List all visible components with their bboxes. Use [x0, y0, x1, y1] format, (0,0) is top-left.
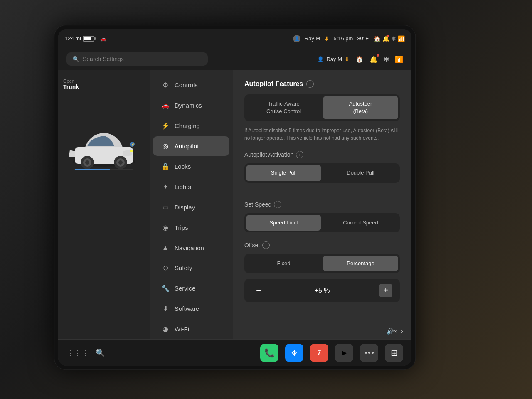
autopilot-activation-info-icon[interactable]: i [296, 151, 303, 158]
user-avatar-small: 👤 [293, 35, 300, 42]
sidebar-label-autopilot: Autopilot [175, 143, 199, 150]
status-user-name: Ray M [305, 35, 320, 42]
taskbar: ⋮⋮⋮ 🔍 📞 7 ▶ ⊞ [58, 339, 411, 366]
autopilot-features-info-icon[interactable]: i [306, 80, 314, 88]
autopilot-features-section: Autopilot Features i Traffic-Aware Cruis… [244, 80, 400, 142]
autopilot-activation-section: Autopilot Activation i Single Pull Doubl… [244, 151, 400, 182]
sidebar-label-software: Software [175, 305, 199, 312]
taskbar-music-icon[interactable]: ▶ [335, 344, 353, 362]
sidebar-item-dynamics[interactable]: 🚗 Dynamics [153, 96, 229, 115]
svg-point-7 [118, 160, 123, 165]
sidebar-item-charging[interactable]: ⚡ Charging [153, 116, 229, 135]
sidebar-label-lights: Lights [175, 183, 191, 190]
trunk-label: Trunk [63, 84, 79, 90]
sidebar-item-lights[interactable]: ✦ Lights [153, 177, 229, 197]
dot-1 [365, 352, 367, 354]
fixed-option[interactable]: Fixed [246, 256, 321, 271]
status-center: 👤 Ray M ⬇ 5:16 pm 80°F [293, 35, 369, 42]
offset-display: − +5 % + [244, 279, 400, 302]
volume-icon[interactable]: 🔊× [387, 328, 397, 335]
sidebar-label-display: Display [175, 204, 195, 211]
offset-value: +5 % [315, 287, 330, 294]
offset-minus-button[interactable]: − [252, 284, 265, 297]
header-bluetooth-icon[interactable]: ✱ [384, 55, 389, 63]
download-icon: ⬇ [324, 35, 329, 42]
set-speed-section: Set Speed i Speed Limit Current Speed [244, 201, 400, 232]
autopilot-features-toggle: Traffic-Aware Cruise Control Autosteer (… [244, 94, 400, 121]
sidebar-item-safety[interactable]: ⊙ Safety [153, 258, 229, 278]
dynamics-icon: 🚗 [161, 101, 170, 109]
notification-dot [387, 35, 389, 37]
taskbar-calendar-icon[interactable]: 7 [310, 344, 328, 362]
autosteer-option[interactable]: Autosteer (Beta) [323, 96, 398, 119]
sidebar-item-display[interactable]: ▭ Display [153, 197, 229, 217]
set-speed-info-icon[interactable]: i [274, 201, 281, 208]
battery-miles: 124 mi [65, 35, 81, 42]
sidebar: ⚙ Controls 🚗 Dynamics ⚡ Charging ◎ Autop… [150, 70, 233, 339]
sidebar-label-dynamics: Dynamics [175, 102, 202, 109]
charging-icon: ⚡ [161, 122, 170, 130]
header-home-icon[interactable]: 🏠 [355, 55, 364, 63]
autopilot-description: If Autopilot disables 5 times due to imp… [244, 127, 400, 142]
set-speed-label: Set Speed i [244, 201, 400, 208]
car-icon: 🚗 [100, 36, 106, 42]
header-bell-icon[interactable]: 🔔 [369, 55, 378, 63]
service-icon: 🔧 [161, 284, 170, 292]
taskbar-grid-icon[interactable] [360, 344, 378, 362]
search-icon: 🔍 [72, 56, 79, 62]
taskbar-phone-icon[interactable]: 📞 [260, 344, 278, 362]
header-user: 👤 Ray M ⬇ [317, 56, 350, 62]
wifi-icon: ◕ [161, 325, 170, 333]
sidebar-item-autopilot[interactable]: ◎ Autopilot [153, 136, 229, 156]
single-pull-option[interactable]: Single Pull [246, 165, 321, 181]
sidebar-item-trips[interactable]: ◉ Trips [153, 218, 229, 237]
set-speed-text: Set Speed [244, 201, 271, 208]
sidebar-item-wifi[interactable]: ◕ Wi-Fi [153, 319, 229, 339]
svg-rect-8 [130, 150, 133, 152]
sidebar-label-navigation: Navigation [175, 244, 204, 251]
set-speed-toggle: Speed Limit Current Speed [244, 213, 400, 232]
taskbar-app-icon[interactable]: ⊞ [385, 344, 403, 362]
open-label: Open [63, 79, 79, 84]
sidebar-item-service[interactable]: 🔧 Service [153, 278, 229, 298]
sidebar-label-trips: Trips [175, 224, 188, 231]
header-notification-dot [377, 54, 379, 57]
taskbar-bluetooth-icon[interactable] [285, 344, 303, 362]
sidebar-item-software[interactable]: ⬇ Software [153, 299, 229, 318]
offset-info-icon[interactable]: i [262, 241, 270, 249]
media-bar: 🔊× › [387, 328, 403, 335]
sidebar-item-controls[interactable]: ⚙ Controls [153, 75, 229, 95]
offset-plus-button[interactable]: + [379, 284, 392, 297]
speed-limit-option[interactable]: Speed Limit [246, 215, 321, 231]
trips-icon: ◉ [161, 224, 170, 232]
sidebar-label-charging: Charging [175, 122, 200, 129]
divider-1 [244, 192, 400, 192]
taskbar-left: ⋮⋮⋮ 🔍 [66, 348, 105, 357]
autopilot-icon: ◎ [161, 142, 170, 150]
search-box[interactable]: 🔍 Search Settings [66, 52, 208, 66]
header-signal-icon[interactable]: 📶 [395, 55, 403, 63]
sidebar-item-navigation[interactable]: ▲ Navigation [153, 238, 229, 257]
settings-panel: Autopilot Features i Traffic-Aware Cruis… [233, 70, 411, 339]
offset-section: Offset i Fixed Percentage − +5 % + [244, 241, 400, 302]
current-speed-option[interactable]: Current Speed [323, 215, 398, 231]
sidebar-item-locks[interactable]: 🔒 Locks [153, 157, 229, 176]
header-icons: 👤 Ray M ⬇ 🏠 🔔 ✱ 📶 [317, 55, 403, 63]
status-bar: 124 mi 🚗 👤 Ray M ⬇ 5:16 pm 80°F 🏠 🔔 [58, 29, 411, 48]
autopilot-features-label: Autopilot Features [244, 80, 303, 88]
header-user-icon: 👤 [317, 56, 324, 62]
offset-label: Offset i [244, 241, 400, 249]
lights-icon: ✦ [161, 183, 170, 191]
battery-fill [84, 37, 91, 40]
double-pull-option[interactable]: Double Pull [323, 165, 398, 181]
tacc-option[interactable]: Traffic-Aware Cruise Control [246, 96, 321, 119]
battery-icon [83, 36, 94, 42]
main-content: Open Trunk [58, 70, 411, 339]
menu-icon[interactable]: ⋮⋮⋮ [66, 348, 89, 357]
search-area: 🔍 Search Settings 👤 Ray M ⬇ 🏠 🔔 ✱ 📶 [58, 48, 411, 70]
car-svg-container: ⚡ [66, 103, 141, 187]
bell-icon: 🔔 [382, 35, 389, 42]
search-placeholder: Search Settings [83, 56, 124, 62]
search-taskbar-icon[interactable]: 🔍 [96, 348, 105, 357]
percentage-option[interactable]: Percentage [323, 256, 398, 271]
